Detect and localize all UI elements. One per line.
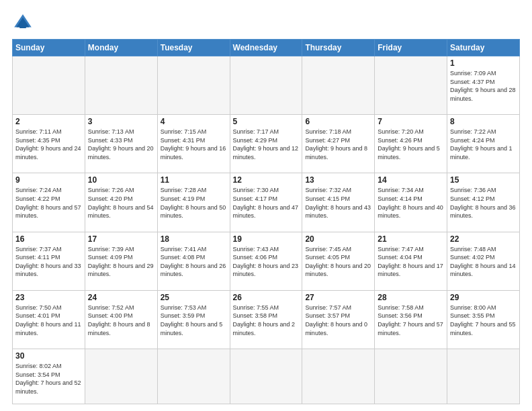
day-number: 8 bbox=[450, 117, 517, 126]
day-info: Sunrise: 7:53 AM Sunset: 3:59 PM Dayligh… bbox=[161, 304, 227, 337]
calendar-cell: 5Sunrise: 7:17 AM Sunset: 4:29 PM Daylig… bbox=[230, 115, 302, 173]
day-number: 7 bbox=[378, 117, 444, 126]
calendar-cell: 18Sunrise: 7:41 AM Sunset: 4:08 PM Dayli… bbox=[157, 232, 230, 290]
day-info: Sunrise: 7:48 AM Sunset: 4:02 PM Dayligh… bbox=[450, 245, 517, 279]
day-number: 9 bbox=[15, 175, 82, 185]
day-number: 30 bbox=[15, 351, 82, 361]
day-number: 25 bbox=[161, 293, 227, 302]
calendar-week-0: 1Sunrise: 7:09 AM Sunset: 4:37 PM Daylig… bbox=[13, 56, 520, 115]
day-info: Sunrise: 7:11 AM Sunset: 4:35 PM Dayligh… bbox=[15, 128, 82, 161]
calendar-cell: 30Sunrise: 8:02 AM Sunset: 3:54 PM Dayli… bbox=[13, 349, 85, 404]
calendar-cell: 10Sunrise: 7:26 AM Sunset: 4:20 PM Dayli… bbox=[85, 173, 157, 232]
calendar-cell: 23Sunrise: 7:50 AM Sunset: 4:01 PM Dayli… bbox=[13, 290, 85, 349]
calendar-cell bbox=[375, 56, 447, 115]
calendar-cell: 17Sunrise: 7:39 AM Sunset: 4:09 PM Dayli… bbox=[85, 232, 157, 290]
day-info: Sunrise: 7:39 AM Sunset: 4:09 PM Dayligh… bbox=[88, 245, 154, 279]
calendar-cell: 3Sunrise: 7:13 AM Sunset: 4:33 PM Daylig… bbox=[85, 115, 157, 173]
day-number: 29 bbox=[450, 293, 517, 302]
day-info: Sunrise: 7:47 AM Sunset: 4:04 PM Dayligh… bbox=[378, 245, 444, 279]
day-number: 22 bbox=[450, 234, 517, 244]
calendar-cell bbox=[302, 349, 375, 404]
calendar-cell: 12Sunrise: 7:30 AM Sunset: 4:17 PM Dayli… bbox=[230, 173, 302, 232]
day-info: Sunrise: 7:41 AM Sunset: 4:08 PM Dayligh… bbox=[161, 245, 227, 279]
calendar-cell: 4Sunrise: 7:15 AM Sunset: 4:31 PM Daylig… bbox=[157, 115, 230, 173]
calendar-week-1: 2Sunrise: 7:11 AM Sunset: 4:35 PM Daylig… bbox=[13, 115, 520, 173]
day-number: 6 bbox=[305, 117, 371, 126]
day-info: Sunrise: 7:22 AM Sunset: 4:24 PM Dayligh… bbox=[450, 128, 517, 161]
calendar-cell bbox=[13, 56, 85, 115]
day-number: 21 bbox=[378, 234, 444, 244]
calendar-cell bbox=[157, 56, 230, 115]
calendar-cell bbox=[230, 56, 302, 115]
day-number: 15 bbox=[450, 175, 517, 185]
calendar-cell: 6Sunrise: 7:18 AM Sunset: 4:27 PM Daylig… bbox=[302, 115, 375, 173]
calendar-header-tuesday: Tuesday bbox=[157, 40, 230, 56]
day-info: Sunrise: 7:20 AM Sunset: 4:26 PM Dayligh… bbox=[378, 128, 444, 161]
svg-rect-2 bbox=[19, 24, 26, 28]
day-number: 19 bbox=[233, 234, 300, 244]
day-info: Sunrise: 7:26 AM Sunset: 4:20 PM Dayligh… bbox=[88, 186, 154, 220]
calendar-cell bbox=[85, 349, 157, 404]
day-info: Sunrise: 7:32 AM Sunset: 4:15 PM Dayligh… bbox=[305, 186, 371, 220]
calendar-cell: 11Sunrise: 7:28 AM Sunset: 4:19 PM Dayli… bbox=[157, 173, 230, 232]
calendar-cell: 27Sunrise: 7:57 AM Sunset: 3:57 PM Dayli… bbox=[302, 290, 375, 349]
day-number: 16 bbox=[15, 234, 82, 244]
header bbox=[12, 12, 520, 34]
day-info: Sunrise: 7:09 AM Sunset: 4:37 PM Dayligh… bbox=[450, 69, 517, 103]
calendar-cell bbox=[302, 56, 375, 115]
calendar-cell: 20Sunrise: 7:45 AM Sunset: 4:05 PM Dayli… bbox=[302, 232, 375, 290]
day-number: 2 bbox=[15, 117, 82, 126]
day-info: Sunrise: 7:43 AM Sunset: 4:06 PM Dayligh… bbox=[233, 245, 300, 279]
calendar-cell: 7Sunrise: 7:20 AM Sunset: 4:26 PM Daylig… bbox=[375, 115, 447, 173]
calendar-cell bbox=[447, 349, 520, 404]
calendar-cell: 16Sunrise: 7:37 AM Sunset: 4:11 PM Dayli… bbox=[13, 232, 85, 290]
calendar-cell: 8Sunrise: 7:22 AM Sunset: 4:24 PM Daylig… bbox=[447, 115, 520, 173]
calendar-header-monday: Monday bbox=[85, 40, 157, 56]
calendar-header-saturday: Saturday bbox=[447, 40, 520, 56]
calendar-cell: 9Sunrise: 7:24 AM Sunset: 4:22 PM Daylig… bbox=[13, 173, 85, 232]
day-number: 17 bbox=[88, 234, 154, 244]
calendar-cell: 24Sunrise: 7:52 AM Sunset: 4:00 PM Dayli… bbox=[85, 290, 157, 349]
day-info: Sunrise: 7:13 AM Sunset: 4:33 PM Dayligh… bbox=[88, 128, 154, 161]
page: SundayMondayTuesdayWednesdayThursdayFrid… bbox=[0, 0, 532, 411]
day-number: 13 bbox=[305, 175, 371, 185]
day-info: Sunrise: 7:57 AM Sunset: 3:57 PM Dayligh… bbox=[305, 304, 371, 337]
calendar-cell bbox=[157, 349, 230, 404]
day-info: Sunrise: 7:28 AM Sunset: 4:19 PM Dayligh… bbox=[161, 186, 227, 220]
calendar-cell: 19Sunrise: 7:43 AM Sunset: 4:06 PM Dayli… bbox=[230, 232, 302, 290]
day-number: 10 bbox=[88, 175, 154, 185]
day-number: 12 bbox=[233, 175, 300, 185]
logo-icon bbox=[12, 12, 34, 34]
calendar-cell bbox=[230, 349, 302, 404]
day-number: 11 bbox=[161, 175, 227, 185]
calendar-cell: 14Sunrise: 7:34 AM Sunset: 4:14 PM Dayli… bbox=[375, 173, 447, 232]
calendar-cell: 26Sunrise: 7:55 AM Sunset: 3:58 PM Dayli… bbox=[230, 290, 302, 349]
day-info: Sunrise: 7:36 AM Sunset: 4:12 PM Dayligh… bbox=[450, 186, 517, 220]
day-info: Sunrise: 7:15 AM Sunset: 4:31 PM Dayligh… bbox=[161, 128, 227, 161]
day-info: Sunrise: 7:30 AM Sunset: 4:17 PM Dayligh… bbox=[233, 186, 300, 220]
calendar-header-wednesday: Wednesday bbox=[230, 40, 302, 56]
calendar-week-4: 23Sunrise: 7:50 AM Sunset: 4:01 PM Dayli… bbox=[13, 290, 520, 349]
day-number: 3 bbox=[88, 117, 154, 126]
day-info: Sunrise: 7:18 AM Sunset: 4:27 PM Dayligh… bbox=[305, 128, 371, 161]
logo bbox=[12, 12, 36, 34]
calendar-cell: 22Sunrise: 7:48 AM Sunset: 4:02 PM Dayli… bbox=[447, 232, 520, 290]
calendar-header-row: SundayMondayTuesdayWednesdayThursdayFrid… bbox=[13, 40, 520, 56]
calendar-cell: 1Sunrise: 7:09 AM Sunset: 4:37 PM Daylig… bbox=[447, 56, 520, 115]
calendar-cell bbox=[375, 349, 447, 404]
calendar: SundayMondayTuesdayWednesdayThursdayFrid… bbox=[12, 39, 520, 404]
day-number: 18 bbox=[161, 234, 227, 244]
calendar-header-friday: Friday bbox=[375, 40, 447, 56]
calendar-header-sunday: Sunday bbox=[13, 40, 85, 56]
day-number: 20 bbox=[305, 234, 371, 244]
day-number: 26 bbox=[233, 293, 300, 302]
day-number: 23 bbox=[15, 293, 82, 302]
day-info: Sunrise: 8:02 AM Sunset: 3:54 PM Dayligh… bbox=[15, 362, 82, 396]
day-info: Sunrise: 7:50 AM Sunset: 4:01 PM Dayligh… bbox=[15, 304, 82, 337]
day-info: Sunrise: 7:24 AM Sunset: 4:22 PM Dayligh… bbox=[15, 186, 82, 220]
day-info: Sunrise: 7:45 AM Sunset: 4:05 PM Dayligh… bbox=[305, 245, 371, 279]
day-info: Sunrise: 7:58 AM Sunset: 3:56 PM Dayligh… bbox=[378, 304, 444, 337]
calendar-cell: 25Sunrise: 7:53 AM Sunset: 3:59 PM Dayli… bbox=[157, 290, 230, 349]
calendar-week-3: 16Sunrise: 7:37 AM Sunset: 4:11 PM Dayli… bbox=[13, 232, 520, 290]
day-number: 24 bbox=[88, 293, 154, 302]
